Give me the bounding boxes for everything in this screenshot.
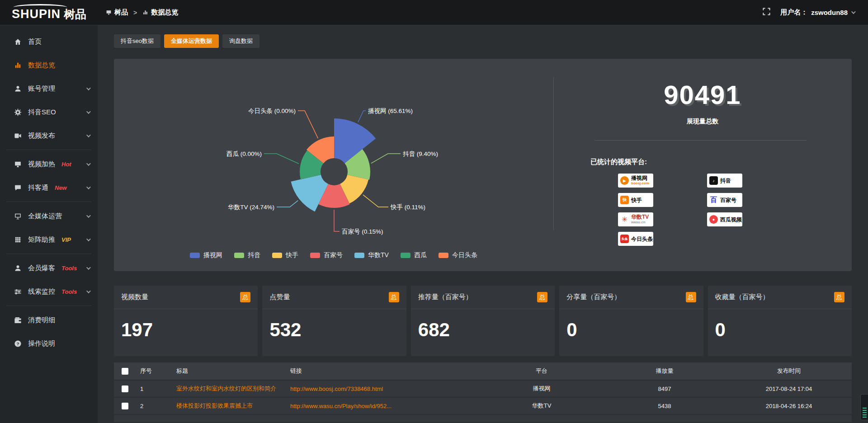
row-title-link[interactable]: 室外水纹灯和室内水纹灯的区别和简介 [172,385,286,393]
row-checkbox[interactable] [122,403,128,409]
stat-card-value: 0 [708,309,852,341]
legend-item-播视网[interactable]: 播视网 [190,251,222,259]
sidebar-item-会员爆客[interactable]: 会员爆客Tools [0,256,98,280]
sidebar-item-label: 账号管理 [28,85,55,93]
app-logo[interactable]: SHUPIN 树品 [0,3,98,22]
sidebar-item-首页[interactable]: 首页 [0,30,98,53]
user-menu[interactable]: 用户名：zswodun88 [780,8,854,17]
sidebar-item-badge: Tools [61,288,77,295]
username-value: zswodun88 [811,9,848,16]
platform-badge-西瓜视频: ●西瓜视频 [707,212,742,226]
rose-chart-svg: 播视网 (65.61%)抖音 (9.40%)快手 (0.11%)百家号 (0.1… [114,59,553,258]
platform-badge-name: 今日头条 [631,236,653,242]
sidebar-item-数据总览[interactable]: 数据总览 [0,53,98,77]
select-all-checkbox[interactable] [122,368,128,375]
row-url-link[interactable]: http://www.boosj.com/7338468.html [286,385,480,392]
chevron-down-icon [86,133,91,137]
row-checkbox[interactable] [122,385,128,392]
breadcrumb-home[interactable]: 树品 [106,8,128,17]
row-title-link[interactable]: 楼体投影灯投影效果震撼上市 [172,402,286,410]
stat-card-label: 视频数量 [121,293,148,301]
legend-item-抖音[interactable]: 抖音 [234,251,260,259]
videos-table: 序号标题链接平台播放量发布时间1室外水纹灯和室内水纹灯的区别和简介http://… [114,362,852,422]
legend-item-今日头条[interactable]: 今日头条 [439,251,477,259]
sidebar-item-label: 全媒体运营 [28,212,62,221]
legend-swatch [272,253,282,258]
tab-询盘数据[interactable]: 询盘数据 [222,34,259,48]
sidebar-item-操作说明[interactable]: 操作说明 [0,332,98,355]
stat-card-label: 点赞量 [269,293,290,301]
data-tabs: 抖音seo数据全媒体运营数据询盘数据 [114,34,852,48]
tab-全媒体运营数据[interactable]: 全媒体运营数据 [164,34,219,48]
legend-item-华数TV[interactable]: 华数TV [354,251,389,259]
stat-card-value: 682 [411,309,555,341]
legend-label: 华数TV [368,251,389,259]
tab-抖音seo数据[interactable]: 抖音seo数据 [114,34,160,48]
sidebar-item-视频加热[interactable]: 视频加热Hot [0,152,98,176]
legend-label: 百家号 [324,251,343,259]
stat-card-value: 0 [559,309,703,341]
legend-item-西瓜[interactable]: 西瓜 [401,251,427,259]
platform-badge-text: 快手 [631,197,642,203]
platform-badge-name: 百家号 [720,197,736,203]
row-platform: 播视网 [480,385,603,393]
label-line-百家号 [334,210,340,231]
platform-badge-text: 抖音 [720,178,731,183]
sidebar-item-抖音SEO[interactable]: 抖音SEO [0,100,98,124]
label-line-抖音 [371,154,401,163]
row-time: 2018-04-26 16:24 [726,403,852,409]
label-line-今日头条 [298,111,318,138]
sidebar-item-badge: Hot [61,161,71,168]
sidebar-item-矩阵助推[interactable]: 矩阵助推VIP [0,228,98,251]
pie-label-华数TV: 华数TV (24.74%) [228,204,274,211]
legend-swatch [401,253,410,258]
breadcrumb-current[interactable]: 数据总览 [142,8,178,17]
platform-badge-sub: wasu.cn [631,220,649,225]
platform-badge-name: 抖音 [720,178,731,183]
legend-label: 快手 [286,251,298,259]
sidebar-item-账号管理[interactable]: 账号管理 [0,77,98,100]
row-url-link[interactable]: http://www.wasu.cn/Play/show/id/952... [286,403,480,409]
total-badge: 总 [389,292,399,302]
row-platform: 华数TV [480,402,603,410]
sidebar-item-线索监控[interactable]: 线索监控Tools [0,280,98,303]
sidebar-item-视频发布[interactable]: 视频发布 [0,124,98,147]
legend-swatch [234,253,244,258]
sidebar-item-label: 矩阵助推 [28,235,55,244]
stat-card-header: 推荐量（百家号）总 [411,286,555,309]
legend-label: 播视网 [203,251,222,259]
sidebar-item-全媒体运营[interactable]: 全媒体运营 [0,204,98,228]
row-checkbox-cell [114,385,136,392]
sidebar-item-label: 数据总览 [28,61,55,70]
legend-item-快手[interactable]: 快手 [272,251,298,259]
floating-widget[interactable] [860,394,868,420]
sidebar-menu: 首页数据总览账号管理抖音SEO视频发布视频加热Hot抖客通New全媒体运营矩阵助… [0,30,98,355]
legend-item-百家号[interactable]: 百家号 [310,251,343,259]
stat-card-header: 分享量（百家号）总 [559,286,703,309]
pie-slice-华数TV[interactable] [291,175,328,212]
sidebar-divider [6,150,91,150]
sidebar-divider [6,254,91,254]
stat-card-收藏量（百家号）: 收藏量（百家号）总0 [708,286,852,356]
sidebar: 首页数据总览账号管理抖音SEO视频发布视频加热Hot抖客通New全媒体运营矩阵助… [0,25,98,423]
platform-badge-今日头条: 头条今日头条 [618,232,653,246]
question-icon [14,339,22,348]
platform-badge-快手: 快快手 [618,193,653,207]
sidebar-item-抖客通[interactable]: 抖客通New [0,176,98,199]
home-icon [14,38,22,46]
platforms-label: 已统计的视频平台: [590,158,852,166]
platform-badge-text: 华数TVwasu.cn [631,214,649,225]
sidebar-item-label: 抖音SEO [28,108,56,117]
stat-card-value: 197 [114,309,258,341]
fullscreen-icon[interactable] [763,8,770,17]
stat-card-header: 收藏量（百家号）总 [708,286,852,309]
bar-chart-icon [142,9,148,15]
sidebar-item-消费明细[interactable]: 消费明细 [0,308,98,332]
platform-badge-抖音: ♪抖音 [707,174,742,188]
sidebar-item-label: 线索监控 [28,287,55,296]
pie-label-百家号: 百家号 (0.15%) [342,228,383,235]
sidebar-item-label: 抖客通 [28,183,48,192]
screen-icon [106,9,112,15]
row-num: 2 [136,403,172,409]
table-row: 1室外水纹灯和室内水纹灯的区别和简介http://www.boosj.com/7… [114,381,852,398]
